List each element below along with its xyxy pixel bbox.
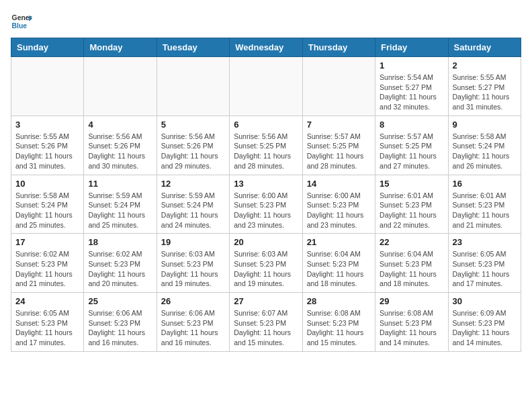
calendar-cell: 8Sunrise: 5:57 AM Sunset: 5:25 PM Daylig… [375,116,448,175]
day-number: 21 [307,237,371,247]
calendar-cell [302,57,375,116]
day-number: 3 [15,120,79,130]
calendar-cell: 2Sunrise: 5:55 AM Sunset: 5:27 PM Daylig… [448,57,521,116]
day-info: Sunrise: 5:55 AM Sunset: 5:27 PM Dayligh… [453,73,517,112]
day-info: Sunrise: 6:03 AM Sunset: 5:23 PM Dayligh… [161,249,225,289]
calendar-cell [157,57,229,116]
day-number: 17 [15,237,79,247]
day-info: Sunrise: 5:54 AM Sunset: 5:27 PM Dayligh… [380,73,443,112]
day-info: Sunrise: 5:56 AM Sunset: 5:26 PM Dayligh… [88,132,152,171]
logo-icon: General Blue [11,11,32,32]
day-number: 22 [380,237,443,247]
day-info: Sunrise: 6:00 AM Sunset: 5:23 PM Dayligh… [234,191,298,230]
day-info: Sunrise: 5:56 AM Sunset: 5:26 PM Dayligh… [161,132,225,171]
calendar-cell: 10Sunrise: 5:58 AM Sunset: 5:24 PM Dayli… [11,175,84,234]
day-number: 24 [15,296,79,306]
day-info: Sunrise: 5:59 AM Sunset: 5:24 PM Dayligh… [161,191,225,230]
day-number: 19 [161,237,225,247]
day-info: Sunrise: 6:08 AM Sunset: 5:23 PM Dayligh… [380,308,443,348]
day-info: Sunrise: 6:03 AM Sunset: 5:23 PM Dayligh… [234,249,298,289]
day-info: Sunrise: 5:58 AM Sunset: 5:24 PM Dayligh… [453,132,517,171]
day-info: Sunrise: 6:04 AM Sunset: 5:23 PM Dayligh… [380,249,443,289]
day-info: Sunrise: 6:08 AM Sunset: 5:23 PM Dayligh… [307,308,371,348]
day-info: Sunrise: 6:05 AM Sunset: 5:23 PM Dayligh… [15,308,79,348]
calendar-cell: 1Sunrise: 5:54 AM Sunset: 5:27 PM Daylig… [375,57,448,116]
calendar-cell: 7Sunrise: 5:57 AM Sunset: 5:25 PM Daylig… [302,116,375,175]
day-number: 14 [307,179,371,189]
calendar-cell: 30Sunrise: 6:09 AM Sunset: 5:23 PM Dayli… [448,293,521,352]
day-number: 8 [380,120,443,130]
day-info: Sunrise: 5:58 AM Sunset: 5:24 PM Dayligh… [15,191,79,230]
day-number: 2 [453,60,517,71]
day-info: Sunrise: 5:57 AM Sunset: 5:25 PM Dayligh… [307,132,371,171]
day-info: Sunrise: 6:00 AM Sunset: 5:23 PM Dayligh… [307,191,371,230]
calendar-cell: 18Sunrise: 6:02 AM Sunset: 5:23 PM Dayli… [84,234,157,293]
logo: General Blue [11,11,32,32]
weekday-header-friday: Friday [375,38,448,57]
day-number: 27 [234,296,298,306]
weekday-header-thursday: Thursday [302,38,375,57]
weekday-header-wednesday: Wednesday [230,38,302,57]
calendar-cell: 11Sunrise: 5:59 AM Sunset: 5:24 PM Dayli… [84,175,157,234]
day-number: 13 [234,179,298,189]
calendar-cell: 21Sunrise: 6:04 AM Sunset: 5:23 PM Dayli… [302,234,375,293]
calendar-cell: 4Sunrise: 5:56 AM Sunset: 5:26 PM Daylig… [84,116,157,175]
week-row-5: 24Sunrise: 6:05 AM Sunset: 5:23 PM Dayli… [11,293,521,352]
day-number: 11 [88,179,152,189]
calendar-cell [11,57,84,116]
day-info: Sunrise: 6:01 AM Sunset: 5:23 PM Dayligh… [380,191,443,230]
day-info: Sunrise: 6:04 AM Sunset: 5:23 PM Dayligh… [307,249,371,289]
calendar-cell: 22Sunrise: 6:04 AM Sunset: 5:23 PM Dayli… [375,234,448,293]
calendar-cell: 26Sunrise: 6:06 AM Sunset: 5:23 PM Dayli… [157,293,229,352]
calendar-cell: 17Sunrise: 6:02 AM Sunset: 5:23 PM Dayli… [11,234,84,293]
calendar-cell: 29Sunrise: 6:08 AM Sunset: 5:23 PM Dayli… [375,293,448,352]
day-number: 9 [453,120,517,130]
calendar-cell: 9Sunrise: 5:58 AM Sunset: 5:24 PM Daylig… [448,116,521,175]
day-number: 16 [453,179,517,189]
calendar-cell: 12Sunrise: 5:59 AM Sunset: 5:24 PM Dayli… [157,175,229,234]
weekday-header-tuesday: Tuesday [157,38,229,57]
day-info: Sunrise: 5:55 AM Sunset: 5:26 PM Dayligh… [15,132,79,171]
day-number: 15 [380,179,443,189]
calendar-cell: 19Sunrise: 6:03 AM Sunset: 5:23 PM Dayli… [157,234,229,293]
day-info: Sunrise: 6:02 AM Sunset: 5:23 PM Dayligh… [88,249,152,289]
day-info: Sunrise: 6:09 AM Sunset: 5:23 PM Dayligh… [453,308,517,348]
calendar-cell: 20Sunrise: 6:03 AM Sunset: 5:23 PM Dayli… [230,234,302,293]
day-number: 4 [88,120,152,130]
weekday-header-monday: Monday [84,38,157,57]
weekday-header-sunday: Sunday [11,38,84,57]
day-number: 23 [453,237,517,247]
day-number: 18 [88,237,152,247]
calendar-cell: 27Sunrise: 6:07 AM Sunset: 5:23 PM Dayli… [230,293,302,352]
day-number: 12 [161,179,225,189]
day-info: Sunrise: 6:01 AM Sunset: 5:23 PM Dayligh… [453,191,517,230]
day-info: Sunrise: 6:06 AM Sunset: 5:23 PM Dayligh… [88,308,152,348]
calendar-cell: 25Sunrise: 6:06 AM Sunset: 5:23 PM Dayli… [84,293,157,352]
calendar-cell: 28Sunrise: 6:08 AM Sunset: 5:23 PM Dayli… [302,293,375,352]
day-info: Sunrise: 6:02 AM Sunset: 5:23 PM Dayligh… [15,249,79,289]
day-number: 26 [161,296,225,306]
day-info: Sunrise: 6:06 AM Sunset: 5:23 PM Dayligh… [161,308,225,348]
day-number: 20 [234,237,298,247]
day-info: Sunrise: 6:05 AM Sunset: 5:23 PM Dayligh… [453,249,517,289]
page-header: General Blue [11,11,521,32]
day-number: 30 [453,296,517,306]
weekday-header-row: SundayMondayTuesdayWednesdayThursdayFrid… [11,38,521,57]
day-number: 1 [380,60,443,71]
day-info: Sunrise: 5:59 AM Sunset: 5:24 PM Dayligh… [88,191,152,230]
calendar-cell: 23Sunrise: 6:05 AM Sunset: 5:23 PM Dayli… [448,234,521,293]
day-info: Sunrise: 5:56 AM Sunset: 5:25 PM Dayligh… [234,132,298,171]
week-row-1: 1Sunrise: 5:54 AM Sunset: 5:27 PM Daylig… [11,57,521,116]
calendar-cell: 16Sunrise: 6:01 AM Sunset: 5:23 PM Dayli… [448,175,521,234]
calendar-cell: 14Sunrise: 6:00 AM Sunset: 5:23 PM Dayli… [302,175,375,234]
svg-text:Blue: Blue [12,22,28,30]
day-number: 28 [307,296,371,306]
day-number: 5 [161,120,225,130]
calendar-cell: 6Sunrise: 5:56 AM Sunset: 5:25 PM Daylig… [230,116,302,175]
day-number: 25 [88,296,152,306]
calendar-cell: 13Sunrise: 6:00 AM Sunset: 5:23 PM Dayli… [230,175,302,234]
day-number: 10 [15,179,79,189]
calendar-table: SundayMondayTuesdayWednesdayThursdayFrid… [11,38,521,352]
week-row-3: 10Sunrise: 5:58 AM Sunset: 5:24 PM Dayli… [11,175,521,234]
weekday-header-saturday: Saturday [448,38,521,57]
